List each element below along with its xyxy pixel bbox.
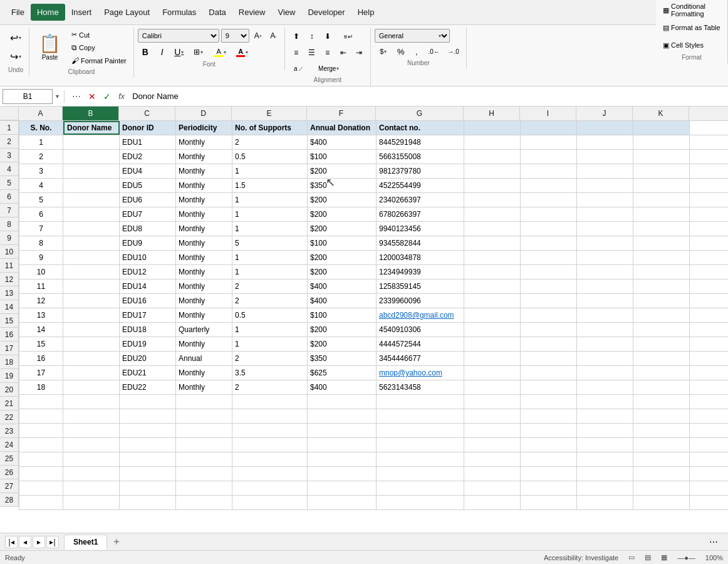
cell-b17[interactable] — [63, 352, 120, 365]
row-header-4[interactable]: 4 — [0, 162, 19, 176]
cell-c11[interactable]: EDU12 — [120, 265, 176, 279]
cell-e12[interactable]: 2 — [232, 279, 308, 293]
cell-g18[interactable]: mnop@yahoo.com — [377, 366, 464, 380]
cell-f18[interactable]: $625 — [308, 366, 377, 380]
cell-g16[interactable]: 4444572544 — [377, 337, 464, 351]
cell-d5[interactable]: Monthly — [176, 179, 232, 192]
cell-d1[interactable]: Periodicity — [176, 121, 232, 135]
cell-a15[interactable]: 14 — [19, 323, 63, 337]
align-top-button[interactable]: ⬆ — [289, 29, 304, 44]
col-header-g[interactable]: G — [376, 107, 464, 120]
cell-j2[interactable] — [577, 135, 633, 149]
accounting-format-button[interactable]: $▾ — [375, 44, 392, 58]
conditional-formatting-button[interactable]: ▦ Conditional Formatting — [660, 1, 724, 19]
row-header-3[interactable]: 3 — [0, 149, 19, 162]
cell-d8[interactable]: Monthly — [176, 222, 232, 236]
cell-c13[interactable]: EDU16 — [120, 294, 176, 308]
cell-d16[interactable]: Monthly — [176, 337, 232, 351]
cell-e10[interactable]: 1 — [232, 251, 308, 264]
font-increase-button[interactable]: A+ — [251, 29, 265, 43]
cell-b1[interactable]: Donor Name — [63, 121, 120, 135]
cell-g11[interactable]: 1234949939 — [377, 265, 464, 279]
cell-c5[interactable]: EDU5 — [120, 179, 176, 192]
row-header-28[interactable]: 28 — [0, 493, 19, 507]
cell-b5[interactable] — [63, 179, 120, 192]
cell-c10[interactable]: EDU10 — [120, 251, 176, 264]
cell-g2[interactable]: 8445291948 — [377, 135, 464, 149]
col-header-h[interactable]: H — [464, 107, 520, 120]
cell-g14[interactable]: abcd2908@gmail.com — [377, 308, 464, 322]
cell-f13[interactable]: $400 — [308, 294, 377, 308]
menu-file[interactable]: File — [5, 4, 31, 21]
bold-button[interactable]: B — [138, 44, 153, 60]
font-color-button[interactable]: A ▾ — [232, 44, 252, 60]
redo-button[interactable]: ↪ ▾ — [6, 48, 25, 65]
cell-j1[interactable] — [577, 121, 633, 135]
underline-button[interactable]: U▾ — [172, 44, 187, 60]
cell-a10[interactable]: 9 — [19, 251, 63, 264]
row-header-18[interactable]: 18 — [0, 355, 19, 369]
cell-c9[interactable]: EDU9 — [120, 236, 176, 250]
cell-b3[interactable] — [63, 150, 120, 164]
cell-e5[interactable]: 1.5 — [232, 179, 308, 192]
cell-k1[interactable] — [633, 121, 690, 135]
cell-f6[interactable]: $200 — [308, 193, 377, 207]
cell-e14[interactable]: 0.5 — [232, 308, 308, 322]
cell-b13[interactable] — [63, 294, 120, 308]
cell-d15[interactable]: Quarterly — [176, 323, 232, 337]
font-name-select[interactable]: Calibri — [138, 29, 219, 43]
cell-g6[interactable]: 2340266397 — [377, 193, 464, 207]
menu-review[interactable]: Review — [232, 4, 272, 21]
cell-f16[interactable]: $200 — [308, 337, 377, 351]
cell-g15[interactable]: 4540910306 — [377, 323, 464, 337]
formula-input[interactable]: Donor Name — [130, 89, 725, 104]
cell-f7[interactable]: $200 — [308, 207, 377, 221]
cell-b19[interactable] — [63, 380, 120, 394]
align-center-button[interactable]: ☰ — [304, 45, 320, 60]
cell-a11[interactable]: 10 — [19, 265, 63, 279]
row-header-10[interactable]: 10 — [0, 245, 19, 259]
cell-d14[interactable]: Monthly — [176, 308, 232, 322]
cell-e18[interactable]: 3.5 — [232, 366, 308, 380]
row-header-25[interactable]: 25 — [0, 452, 19, 466]
cell-d11[interactable]: Monthly — [176, 265, 232, 279]
cell-a3[interactable]: 2 — [19, 150, 63, 164]
cell-c12[interactable]: EDU14 — [120, 279, 176, 293]
col-header-k[interactable]: K — [633, 107, 689, 120]
row-header-16[interactable]: 16 — [0, 328, 19, 342]
cell-d4[interactable]: Monthly — [176, 164, 232, 178]
col-header-a[interactable]: A — [19, 107, 63, 120]
cell-d17[interactable]: Annual — [176, 352, 232, 365]
cell-f12[interactable]: $400 — [308, 279, 377, 293]
menu-developer[interactable]: Developer — [301, 4, 351, 21]
cell-c15[interactable]: EDU18 — [120, 323, 176, 337]
row-header-13[interactable]: 13 — [0, 286, 19, 300]
italic-button[interactable]: I — [155, 44, 170, 60]
cell-e3[interactable]: 0.5 — [232, 150, 308, 164]
last-sheet-button[interactable]: ▸| — [46, 536, 59, 548]
select-all-button[interactable] — [0, 107, 19, 120]
cell-c17[interactable]: EDU20 — [120, 352, 176, 365]
cell-c2[interactable]: EDU1 — [120, 135, 176, 149]
first-sheet-button[interactable]: |◂ — [5, 536, 18, 548]
cell-e6[interactable]: 1 — [232, 193, 308, 207]
indent-decrease-button[interactable]: ⇤ — [336, 45, 351, 60]
row-header-17[interactable]: 17 — [0, 342, 19, 355]
cell-g12[interactable]: 1258359145 — [377, 279, 464, 293]
cell-i1[interactable] — [521, 121, 577, 135]
cell-f4[interactable]: $200 — [308, 164, 377, 178]
cell-g17[interactable]: 3454446677 — [377, 352, 464, 365]
cell-a2[interactable]: 1 — [19, 135, 63, 149]
col-header-e[interactable]: E — [232, 107, 307, 120]
menu-data[interactable]: Data — [202, 4, 232, 21]
align-right-button[interactable]: ≡ — [320, 45, 335, 60]
fill-color-button[interactable]: A ▾ — [211, 44, 231, 60]
paste-button[interactable]: 📋 Paste — [33, 29, 66, 65]
cell-c19[interactable]: EDU22 — [120, 380, 176, 394]
cell-d7[interactable]: Monthly — [176, 207, 232, 221]
cell-d3[interactable]: Monthly — [176, 150, 232, 164]
cell-e11[interactable]: 1 — [232, 265, 308, 279]
cell-e4[interactable]: 1 — [232, 164, 308, 178]
cell-a13[interactable]: 12 — [19, 294, 63, 308]
cell-a7[interactable]: 6 — [19, 207, 63, 221]
